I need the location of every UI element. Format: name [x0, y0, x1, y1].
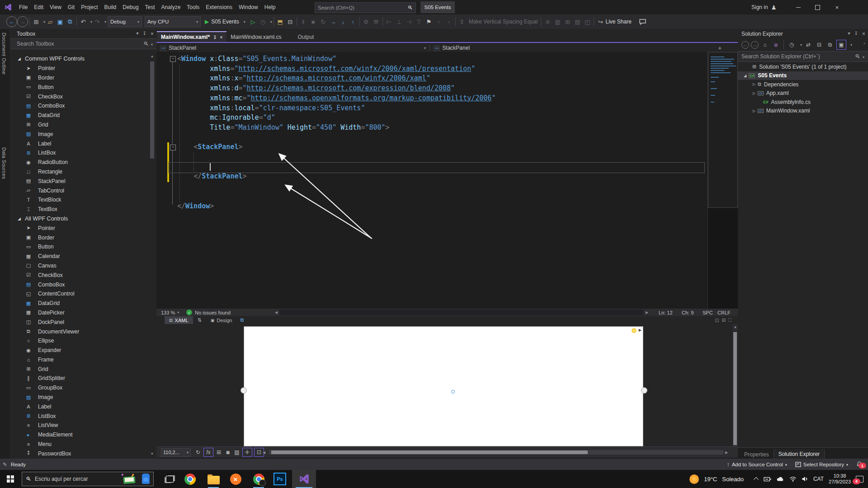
toolbox-item-image[interactable]: ▨Image: [10, 129, 148, 139]
toolbox-group-all-wpf-controls[interactable]: ◢All WPF Controls: [10, 214, 148, 224]
show-grid-icon[interactable]: ⊞: [562, 17, 572, 27]
pending-changes-filter-icon[interactable]: ◷: [787, 40, 796, 49]
start-debugging-button[interactable]: ▶ S05 Events▾: [202, 19, 248, 25]
design-zoom-dropdown[interactable]: 110,2...▾: [161, 448, 191, 457]
stop-icon[interactable]: ■: [308, 17, 318, 27]
toolbox-item-pointer[interactable]: ➤Pointer: [10, 64, 148, 73]
close-tab-icon[interactable]: ×: [220, 35, 223, 40]
expand-pane-icon[interactable]: ⛶: [728, 318, 731, 323]
solution-configuration-dropdown[interactable]: Debug▾: [108, 16, 142, 27]
refresh-icon[interactable]: ↻: [193, 448, 203, 456]
lightbulb-icon[interactable]: [632, 328, 637, 333]
tab-mainwindow-xaml-cs[interactable]: MainWindow.xaml.cs: [226, 32, 285, 42]
vertical-split-icon[interactable]: ◫: [715, 318, 719, 323]
clock[interactable]: 10:38 27/9/2023: [829, 473, 851, 485]
language-indicator[interactable]: CAT: [813, 476, 824, 482]
new-project-icon[interactable]: ⊞: [31, 17, 41, 27]
save-all-icon[interactable]: ⧉: [65, 17, 75, 27]
snapping-icon[interactable]: ▨: [232, 448, 241, 456]
show-grid-icon[interactable]: ⊞: [214, 448, 223, 456]
issues-status[interactable]: No issues found: [195, 310, 231, 315]
performance-profiler-icon[interactable]: ◷: [258, 17, 268, 27]
live-share-button[interactable]: Live Share: [605, 19, 631, 25]
toolbox-item-combobox[interactable]: ▤ComboBox: [10, 101, 148, 111]
align-left-icon[interactable]: ⊢: [384, 17, 394, 27]
toolbox-item-label[interactable]: ALabel: [10, 139, 148, 148]
window-position-icon[interactable]: ▾: [848, 31, 850, 37]
toolbox-item-combobox[interactable]: ▤ComboBox: [10, 280, 148, 289]
tab-solution-explorer[interactable]: Solution Explorer: [774, 449, 825, 459]
design-canvas-window[interactable]: ▶: [244, 326, 643, 446]
snap-grid-icon[interactable]: ◙: [223, 448, 232, 456]
tree-item-s05-events[interactable]: ◢C#S05 Events: [738, 71, 868, 80]
gear-icon[interactable]: ⚙: [361, 17, 371, 27]
menu-git[interactable]: Git: [65, 0, 78, 14]
task-view-button[interactable]: [162, 470, 177, 488]
quick-search-input[interactable]: Search (Ctrl+Q) 🔍︎: [315, 2, 416, 13]
properties-icon[interactable]: ⧉: [826, 40, 835, 49]
chevron-right-icon[interactable]: ▶: [639, 328, 642, 332]
horizontal-split-icon[interactable]: ⊟: [722, 318, 726, 323]
toolbox-item-button[interactable]: ▭Button: [10, 82, 148, 92]
tools-icon[interactable]: ⚒: [371, 17, 381, 27]
close-panel-icon[interactable]: ×: [151, 31, 154, 37]
toolbox-item-groupbox[interactable]: ▭GroupBox: [10, 383, 148, 393]
tab-mainwindow-xaml[interactable]: MainWindow.xaml* ↧ ×: [157, 31, 226, 42]
solution-explorer-search-input[interactable]: Search Solution Explorer (Ctrl+`) 🔍︎▾: [738, 52, 868, 62]
toolbox-item-dockpanel[interactable]: ◫DockPanel: [10, 317, 148, 327]
scroll-right-icon[interactable]: ▶: [646, 310, 648, 314]
home-icon[interactable]: ⌂: [760, 40, 769, 49]
make-vertical-spacing-equal-button[interactable]: Make Vertical Spacing Equal: [469, 19, 538, 25]
scroll-up-icon[interactable]: ▲: [150, 54, 155, 58]
toolbox-item-textblock[interactable]: TTextBlock: [10, 195, 148, 205]
taskbar-app-file-explorer[interactable]: [204, 470, 222, 488]
code-editor[interactable]: − − <Window x:Class="S05_Events.MainWind…: [156, 52, 738, 309]
spaces-indicator[interactable]: SPC: [703, 310, 713, 315]
menu-help[interactable]: Help: [261, 0, 279, 14]
minimize-button[interactable]: [788, 0, 808, 14]
toolbox-item-datagrid[interactable]: ▦DataGrid: [10, 111, 148, 120]
collapse-region-icon[interactable]: −: [170, 56, 176, 62]
toolbox-item-border[interactable]: ▣Border: [10, 73, 148, 83]
toolbox-item-listbox[interactable]: ≣ListBox: [10, 411, 148, 421]
design-vertical-scrollbar[interactable]: ▲ ▼: [732, 324, 738, 457]
stackpanel-adorner[interactable]: [451, 390, 455, 394]
design-horizontal-scrollbar[interactable]: [269, 450, 723, 455]
volume-icon[interactable]: [802, 476, 808, 482]
tab-document-outline[interactable]: Document Outline: [1, 33, 7, 75]
pin-icon[interactable]: ↧: [143, 31, 146, 37]
toolbox-item-grid[interactable]: ⊞Grid: [10, 120, 148, 130]
start-button[interactable]: [0, 470, 21, 488]
spacing-icon[interactable]: ⇕: [457, 17, 467, 27]
save-icon[interactable]: ▣: [55, 17, 65, 27]
toolbox-item-checkbox[interactable]: ☑CheckBox: [10, 270, 148, 280]
align-top-icon[interactable]: ⊤: [414, 17, 424, 27]
maximize-button[interactable]: [808, 0, 827, 14]
toolbox-item-expander[interactable]: ◉Expander: [10, 346, 148, 355]
menu-extensions[interactable]: Extensions: [203, 0, 236, 14]
line-indicator[interactable]: Ln: 12: [659, 310, 673, 315]
scroll-left-icon[interactable]: ◀: [263, 450, 265, 455]
column-indicator[interactable]: Ch: 9: [682, 310, 693, 315]
tab-properties[interactable]: Properties: [740, 450, 774, 459]
window-position-icon[interactable]: ▾: [137, 31, 139, 37]
toolbox-item-button[interactable]: ▭Button: [10, 242, 148, 252]
preview-selected-items-toggle-icon[interactable]: ▣: [836, 40, 846, 50]
sync-with-active-document-icon[interactable]: ⇄: [804, 40, 813, 49]
expanded-icon[interactable]: ◢: [742, 74, 748, 78]
zoom-level-dropdown[interactable]: 133 %: [161, 310, 175, 315]
toolbox-item-tabcontrol[interactable]: ▱TabControl: [10, 186, 148, 195]
box-multi-icon[interactable]: ▫: [444, 17, 454, 27]
pin-icon[interactable]: ↧: [213, 35, 217, 40]
toolbox-item-stackpanel[interactable]: ▤StackPanel: [10, 176, 148, 186]
collapsed-icon[interactable]: ▷: [751, 82, 757, 86]
package-manager-icon[interactable]: ⬒: [275, 17, 285, 27]
navigate-back-icon[interactable]: ←: [6, 16, 17, 27]
popout-pane-icon[interactable]: ⧉: [241, 317, 244, 323]
bookmark-icon[interactable]: ⚑: [424, 17, 434, 27]
breadcrumb-element-dropdown[interactable]: <> StackPanel ▾: [156, 43, 429, 53]
toolbox-group-common-wpf-controls[interactable]: ◢Common WPF Controls: [10, 54, 148, 64]
start-without-debugging-icon[interactable]: ▷: [248, 17, 258, 27]
right-resize-adorner[interactable]: [641, 387, 647, 394]
toolbox-item-frame[interactable]: ⌂Frame: [10, 355, 148, 365]
